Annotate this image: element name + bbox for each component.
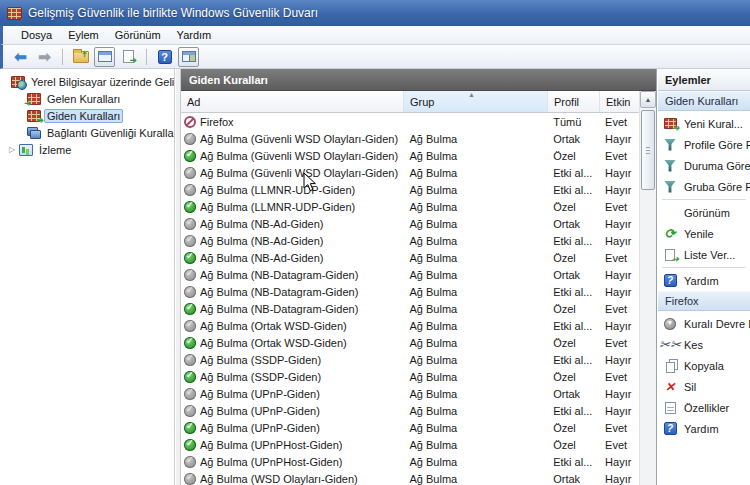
column-header-grup[interactable]: Grup ▲ (404, 91, 548, 112)
table-row[interactable]: Ağ Bulma (NB-Datagram-Giden) Ağ Bulma Or… (181, 266, 639, 283)
rule-disabled-icon (184, 473, 196, 485)
window-title: Gelişmiş Güvenlik ile birlikte Windows G… (28, 6, 318, 20)
table-row[interactable]: Ağ Bulma (UPnP-Giden) Ağ Bulma Ortak Hay… (181, 385, 639, 402)
menu-dosya[interactable]: Dosya (13, 27, 60, 43)
actions-header: Eylemler (658, 69, 750, 91)
filter-icon (664, 181, 676, 193)
scrollbar-thumb[interactable] (641, 110, 655, 190)
action-item[interactable]: Yenile (658, 223, 750, 244)
table-row[interactable]: Ağ Bulma (LLMNR-UDP-Giden) Ağ Bulma Etki… (181, 181, 639, 198)
table-row[interactable]: Ağ Bulma (UPnP-Giden) Ağ Bulma Özel Evet (181, 419, 639, 436)
table-row[interactable]: Ağ Bulma (UPnPHost-Giden) Ağ Bulma Etki … (181, 453, 639, 470)
sidebar-item-gelen-kurallari[interactable]: Gelen Kuralları (3, 90, 174, 107)
action-item[interactable]: Yeni Kural... (658, 113, 750, 134)
new-rule-icon (664, 118, 677, 129)
table-row[interactable]: Ağ Bulma (NB-Datagram-Giden) Ağ Bulma Öz… (181, 300, 639, 317)
action-pane-toggle-icon[interactable] (178, 47, 199, 67)
action-section-header[interactable]: Firefox (658, 291, 750, 311)
connection-security-icon (27, 127, 41, 139)
properties-icon (665, 402, 676, 414)
table-row[interactable]: Ağ Bulma (WSD Olayları-Giden) Ağ Bulma O… (181, 470, 639, 485)
column-header-ad[interactable]: Ad (181, 91, 404, 112)
sidebar-item-baglanti-guvenligi[interactable]: Bağlantı Güvenliği Kuralları (3, 124, 174, 141)
action-item[interactable]: ✂ Kes (658, 334, 750, 355)
table-row[interactable]: Ağ Bulma (NB-Ad-Giden) Ağ Bulma Ortak Ha… (181, 215, 639, 232)
expander-icon[interactable]: ▷ (9, 145, 19, 154)
action-item[interactable]: Profile Göre Fil (658, 134, 750, 155)
toolbar-separator (62, 49, 63, 65)
monitoring-icon (19, 144, 33, 156)
rule-disabled-icon (184, 320, 196, 332)
action-section-header[interactable]: Giden Kuralları (658, 91, 750, 111)
table-row[interactable]: Ağ Bulma (NB-Ad-Giden) Ağ Bulma Etki al.… (181, 232, 639, 249)
action-item[interactable]: Özellikler (658, 397, 750, 418)
separator (662, 199, 746, 200)
menu-gorunum[interactable]: Görünüm (107, 27, 169, 43)
table-row[interactable]: Ağ Bulma (SSDP-Giden) Ağ Bulma Özel Evet (181, 368, 639, 385)
rule-blocked-icon (184, 116, 196, 128)
table-row[interactable]: Ağ Bulma (Güvenli WSD Olayları-Giden) Ağ… (181, 164, 639, 181)
action-item[interactable]: Yardım (658, 418, 750, 439)
disable-rule-icon (664, 318, 676, 330)
up-folder-icon[interactable] (70, 47, 91, 67)
title-bar[interactable]: Gelişmiş Güvenlik ile birlikte Windows G… (0, 0, 750, 26)
rule-enabled-icon (184, 252, 196, 264)
rule-disabled-icon (184, 405, 196, 417)
menu-yardim[interactable]: Yardım (169, 27, 220, 43)
toolbar: ⬅ ➡ ? (0, 45, 750, 69)
action-item[interactable]: Kopyala (658, 355, 750, 376)
column-header-profil[interactable]: Profil (548, 91, 600, 112)
rule-disabled-icon (184, 218, 196, 230)
action-item[interactable]: Duruma Göre F (658, 155, 750, 176)
help-icon (664, 422, 677, 435)
rule-disabled-icon (184, 184, 196, 196)
scroll-up-icon[interactable]: ▲ (640, 91, 656, 108)
rule-disabled-icon (184, 269, 196, 281)
forward-icon[interactable]: ➡ (34, 47, 55, 67)
console-tree: Yerel Bilgisayar üzerinde Gelişm Gelen K… (3, 69, 175, 485)
menu-eylem[interactable]: Eylem (60, 27, 107, 43)
tree-root[interactable]: Yerel Bilgisayar üzerinde Gelişm (3, 73, 174, 90)
table-row[interactable]: Ağ Bulma (Ortak WSD-Giden) Ağ Bulma Etki… (181, 317, 639, 334)
console-tree-toggle-icon[interactable] (94, 47, 115, 67)
separator (662, 267, 746, 268)
filter-icon (664, 139, 676, 151)
rule-enabled-icon (184, 371, 196, 383)
help-icon[interactable]: ? (154, 47, 175, 67)
action-item[interactable]: Liste Ver... (658, 244, 750, 265)
action-item[interactable]: Sil (658, 376, 750, 397)
table-row[interactable]: Ağ Bulma (NB-Ad-Giden) Ağ Bulma Özel Eve… (181, 249, 639, 266)
table-row[interactable]: Ağ Bulma (Güvenli WSD Olayları-Giden) Ağ… (181, 147, 639, 164)
table-row[interactable]: Ağ Bulma (LLMNR-UDP-Giden) Ağ Bulma Özel… (181, 198, 639, 215)
menu-bar: Dosya Eylem Görünüm Yardım (0, 26, 750, 45)
rule-enabled-icon (184, 422, 196, 434)
table-row[interactable]: Ağ Bulma (Ortak WSD-Giden) Ağ Bulma Özel… (181, 334, 639, 351)
vertical-scrollbar[interactable]: ▲ (639, 91, 656, 485)
rule-enabled-icon (184, 439, 196, 451)
action-item[interactable]: Görünüm (658, 202, 750, 223)
filter-icon (664, 160, 676, 172)
table-row[interactable]: Ağ Bulma (NB-Datagram-Giden) Ağ Bulma Et… (181, 283, 639, 300)
table-row[interactable]: Firefox Tümü Evet (181, 113, 639, 130)
action-item[interactable]: Kuralı Devre Dı (658, 313, 750, 334)
action-item[interactable]: Gruba Göre Filt (658, 176, 750, 197)
toolbar-separator (146, 49, 147, 65)
back-icon[interactable]: ⬅ (10, 47, 31, 67)
sidebar-item-giden-kurallari[interactable]: Giden Kuralları (3, 107, 174, 124)
table-row[interactable]: Ağ Bulma (SSDP-Giden) Ağ Bulma Etki al..… (181, 351, 639, 368)
rule-disabled-icon (184, 286, 196, 298)
copy-icon (666, 362, 675, 373)
rule-disabled-icon (184, 133, 196, 145)
table-row[interactable]: Ağ Bulma (Güvenli WSD Olayları-Giden) Ağ… (181, 130, 639, 147)
export-list-icon (665, 249, 675, 261)
table-row[interactable]: Ağ Bulma (UPnPHost-Giden) Ağ Bulma Özel … (181, 436, 639, 453)
rule-enabled-icon (184, 337, 196, 349)
sidebar-item-izleme[interactable]: ▷ İzleme (3, 141, 174, 158)
table-row[interactable]: Ağ Bulma (UPnP-Giden) Ağ Bulma Etki al..… (181, 402, 639, 419)
inbound-rules-icon (27, 93, 41, 105)
rule-disabled-icon (184, 388, 196, 400)
outbound-rules-icon (27, 110, 41, 122)
export-list-icon[interactable] (118, 47, 139, 67)
action-item[interactable]: Yardım (658, 270, 750, 291)
column-header-etkin[interactable]: Etkin (600, 91, 640, 112)
